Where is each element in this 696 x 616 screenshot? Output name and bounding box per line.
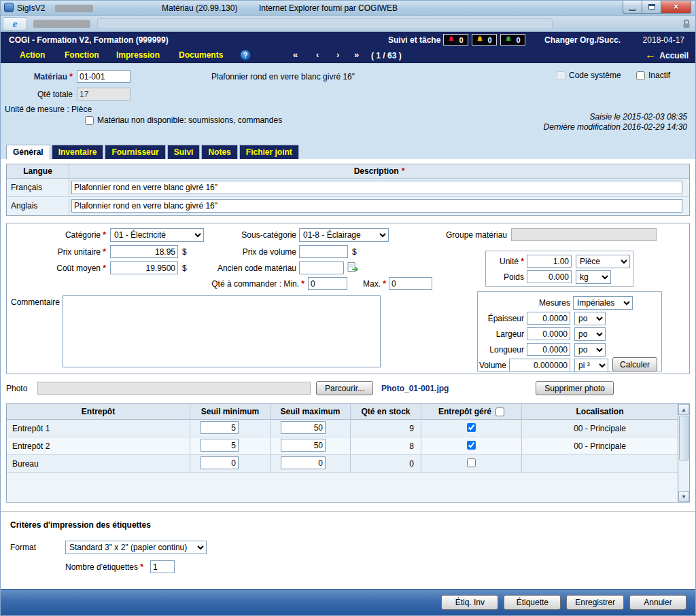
back-icon[interactable]: ← — [645, 50, 656, 60]
nav-next-button[interactable]: › — [336, 50, 339, 60]
badge-count: 0 — [488, 36, 492, 44]
cout-moyen-input[interactable] — [110, 261, 178, 274]
epaisseur-input[interactable] — [527, 312, 570, 325]
tab-general[interactable]: Général — [6, 145, 50, 159]
ancien-code-input[interactable] — [299, 261, 344, 274]
home-link[interactable]: Accueil — [659, 51, 689, 60]
material-label: Matériau * — [1, 72, 73, 81]
browser-toolbar: e — [1, 16, 695, 32]
close-button[interactable]: × — [661, 1, 691, 14]
entrepot-name: Entrepôt 2 — [7, 437, 190, 454]
empty-rows-area — [7, 473, 678, 502]
photo-filename-link[interactable]: Photo_01-001.jpg — [381, 384, 449, 393]
epaisseur-um-select[interactable]: po — [574, 312, 606, 325]
parcourir-button[interactable]: Parcourir... — [316, 381, 373, 395]
scroll-track[interactable] — [678, 461, 689, 491]
seuil-min-input[interactable] — [201, 456, 239, 469]
seuil-min-input[interactable] — [201, 421, 239, 434]
minimize-button[interactable] — [623, 1, 642, 14]
tab-fichier-joint[interactable]: Fichier joint — [239, 145, 299, 159]
largeur-um-select[interactable]: po — [574, 327, 606, 341]
tab-inventaire[interactable]: Inventaire — [52, 145, 104, 159]
menu-fonction[interactable]: Fonction — [65, 50, 99, 60]
qte-commander-label: Qté à commander : Min. * — [170, 279, 304, 289]
titlebar: SigIsV2 Matériau (20.99.130) Internet Ex… — [1, 1, 695, 16]
longueur-input[interactable] — [527, 343, 570, 356]
titlebar-doc-title: Matériau (20.99.130) — [162, 3, 237, 13]
lookup-icon[interactable] — [347, 261, 359, 275]
supprimer-photo-button[interactable]: Supprimer photo — [536, 381, 614, 395]
etiq-inv-button[interactable]: Étiq. Inv — [441, 595, 498, 610]
prix-volume-input[interactable] — [299, 245, 348, 258]
unite-um-select[interactable]: Pièce — [576, 255, 630, 268]
nombre-etiquettes-input[interactable] — [150, 560, 175, 573]
non-disponible-checkbox[interactable]: Matériau non disponible: soumissions, co… — [85, 115, 282, 125]
poids-input[interactable] — [527, 270, 572, 283]
maximize-button[interactable] — [642, 1, 661, 14]
seuil-max-input[interactable] — [281, 439, 326, 452]
description-en-input[interactable] — [71, 199, 682, 213]
titlebar-browser-title: Internet Explorer fourni par COGIWEB — [259, 3, 398, 13]
etiquette-button[interactable]: Étiquette — [504, 595, 561, 610]
qte-min-input[interactable] — [308, 277, 347, 290]
qte-max-input[interactable] — [389, 277, 432, 290]
entrepot-gere-checkbox[interactable] — [467, 441, 476, 450]
lock-icon[interactable] — [682, 19, 691, 31]
inactif-checkbox[interactable]: Inactif — [636, 71, 670, 80]
photo-label: Photo — [6, 384, 37, 393]
poids-um-select[interactable]: kg — [576, 270, 611, 284]
alert-badge-red[interactable]: 0 — [443, 34, 468, 46]
material-code-input[interactable] — [77, 70, 130, 83]
menu-documents[interactable]: Documents — [179, 50, 223, 60]
task-badges: 0 0 0 — [443, 34, 525, 46]
seuil-max-input[interactable] — [281, 456, 326, 469]
nav-last-button[interactable]: » — [354, 50, 359, 60]
largeur-input[interactable] — [527, 327, 570, 340]
scroll-down-icon[interactable]: ▼ — [678, 491, 689, 502]
menu-action[interactable]: Action — [20, 50, 45, 60]
entrepot-gere-header-checkbox[interactable] — [495, 407, 504, 416]
volume-um-select[interactable]: pi ³ — [574, 359, 608, 372]
calculer-button[interactable]: Calculer — [612, 357, 657, 372]
menu-impression[interactable]: Impression — [116, 50, 160, 60]
mesures-select[interactable]: Impériales — [573, 296, 633, 310]
tab-suivi[interactable]: Suivi — [167, 145, 201, 159]
tab-fournisseur[interactable]: Fournisseur — [105, 145, 165, 159]
annuler-button[interactable]: Annuler — [629, 595, 686, 610]
scroll-up-icon[interactable]: ▲ — [678, 404, 689, 415]
entrepot-gere-checkbox[interactable] — [467, 458, 476, 467]
warehouse-scrollbar[interactable]: ▲ ▼ — [678, 404, 689, 502]
enregistrer-button[interactable]: Enregistrer — [566, 595, 624, 610]
bell-yellow-icon — [476, 35, 483, 45]
nav-first-button[interactable]: « — [293, 50, 298, 60]
commentaire-textarea[interactable] — [63, 295, 381, 367]
table-row: Anglais — [7, 197, 689, 215]
alert-badge-yellow[interactable]: 0 — [472, 34, 497, 46]
seuil-max-input[interactable] — [281, 421, 326, 434]
saisie-timestamp: Saisie le 2015-02-03 08:35 — [544, 112, 687, 122]
seuil-min-input[interactable] — [201, 439, 239, 452]
change-org-link[interactable]: Changer Org./Succ. — [544, 35, 621, 45]
categorie-select[interactable]: 01 - Électricité — [110, 228, 204, 242]
entrepot-column-header: Entrepôt — [7, 404, 190, 419]
volume-input[interactable] — [509, 359, 570, 372]
tasks-label: Suivi et tâche — [388, 35, 440, 45]
epaisseur-label: Épaisseur — [478, 314, 524, 323]
description-fr-input[interactable] — [71, 181, 682, 194]
tab-notes[interactable]: Notes — [201, 145, 237, 159]
format-select[interactable]: Standard 3" x 2" (papier continu) — [65, 541, 207, 554]
entrepot-gere-checkbox[interactable] — [467, 423, 476, 432]
unit-weight-box: Unité * Pièce Poids kg — [485, 251, 633, 287]
nav-prev-button[interactable]: ‹ — [316, 50, 319, 60]
sous-categorie-select[interactable]: 01-8 - Éclairage — [299, 228, 389, 242]
scroll-thumb[interactable] — [679, 416, 689, 460]
localisation-column-header: Localisation — [522, 404, 678, 419]
unite-input[interactable] — [527, 255, 572, 268]
help-icon[interactable]: ? — [240, 50, 251, 60]
sous-categorie-label: Sous-catégorie — [208, 230, 296, 240]
ie-icon[interactable]: e — [3, 17, 27, 31]
prix-unitaire-input[interactable] — [110, 245, 178, 258]
stock-column-header: Qté en stock — [351, 404, 421, 419]
alert-badge-green[interactable]: 0 — [500, 34, 525, 46]
longueur-um-select[interactable]: po — [574, 343, 606, 357]
